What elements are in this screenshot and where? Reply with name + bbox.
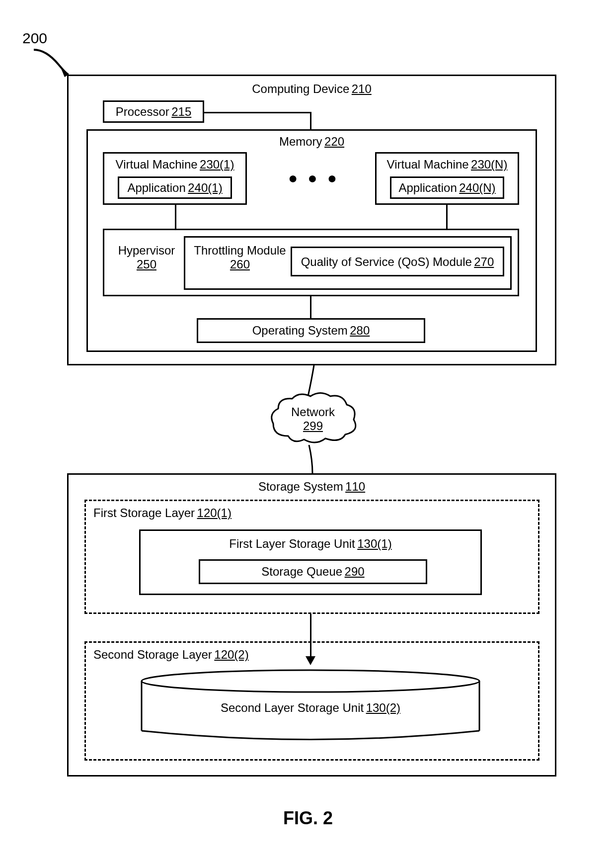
qos-box: Quality of Service (QoS) Module 270 xyxy=(291,247,504,276)
appN-label: Application xyxy=(398,181,457,195)
hypervisor-label-group: Hypervisor 250 xyxy=(112,244,181,271)
first-unit-label: First Layer Storage Unit xyxy=(229,537,355,551)
connector-vm1-hypervisor xyxy=(175,205,176,230)
app1-ref: 240(1) xyxy=(188,181,222,194)
first-layer-ref: 120(1) xyxy=(197,506,231,520)
vmN-label: Virtual Machine xyxy=(387,158,469,172)
storage-queue-ref: 290 xyxy=(345,565,365,578)
network-label: Network xyxy=(291,405,335,419)
second-unit-label: Second Layer Storage Unit xyxy=(221,701,364,715)
computing-device-label: Computing Device xyxy=(252,82,349,96)
app1-box: Application 240(1) xyxy=(118,176,232,199)
computing-device-ref: 210 xyxy=(352,82,372,95)
processor-box: Processor 215 xyxy=(103,100,204,123)
vmN-ref: 230(N) xyxy=(471,158,507,171)
connector-hypervisor-os xyxy=(310,296,311,318)
os-label: Operating System xyxy=(252,324,348,338)
throttling-label-group: Throttling Module 260 xyxy=(190,244,290,271)
storage-queue-box: Storage Queue 290 xyxy=(199,559,427,584)
network-ref: 299 xyxy=(303,419,323,433)
connector-vmN-hypervisor xyxy=(446,205,448,230)
second-layer-label: Second Storage Layer xyxy=(93,648,212,662)
storage-system-ref: 110 xyxy=(345,480,365,493)
ellipsis-icon: ●●● xyxy=(288,169,347,187)
throttling-label: Throttling Module xyxy=(194,244,286,258)
os-ref: 280 xyxy=(350,324,370,337)
storage-queue-label: Storage Queue xyxy=(261,565,342,579)
os-box: Operating System 280 xyxy=(197,318,425,343)
vm1-ref: 230(1) xyxy=(200,158,234,171)
processor-ref: 215 xyxy=(171,105,191,118)
network-label-group: Network 299 xyxy=(288,405,338,433)
figure-caption: FIG. 2 xyxy=(283,808,333,829)
vm1-label: Virtual Machine xyxy=(116,158,198,172)
qos-label: Quality of Service (QoS) Module xyxy=(301,255,472,269)
second-layer-ref: 120(2) xyxy=(214,648,248,661)
connector-network-storage xyxy=(305,445,320,475)
connector-processor-memory-h xyxy=(204,112,311,113)
hypervisor-label: Hypervisor xyxy=(118,244,175,258)
processor-label: Processor xyxy=(116,105,169,119)
appN-ref: 240(N) xyxy=(459,181,495,194)
callout-200: 200 xyxy=(22,30,47,47)
storage-system-label: Storage System xyxy=(258,480,343,494)
qos-ref: 270 xyxy=(474,255,494,268)
svg-point-1 xyxy=(142,670,479,692)
app1-label: Application xyxy=(127,181,185,195)
connector-processor-memory-v xyxy=(310,112,311,130)
first-unit-ref: 130(1) xyxy=(357,537,391,550)
throttling-ref: 260 xyxy=(230,258,250,271)
appN-box: Application 240(N) xyxy=(390,176,504,199)
memory-ref: 220 xyxy=(324,135,344,148)
first-layer-label: First Storage Layer xyxy=(93,506,195,520)
memory-label: Memory xyxy=(279,135,322,149)
second-unit-ref: 130(2) xyxy=(366,701,400,714)
hypervisor-ref: 250 xyxy=(137,258,156,271)
second-unit-label-group: Second Layer Storage Unit 130(2) xyxy=(139,701,482,715)
